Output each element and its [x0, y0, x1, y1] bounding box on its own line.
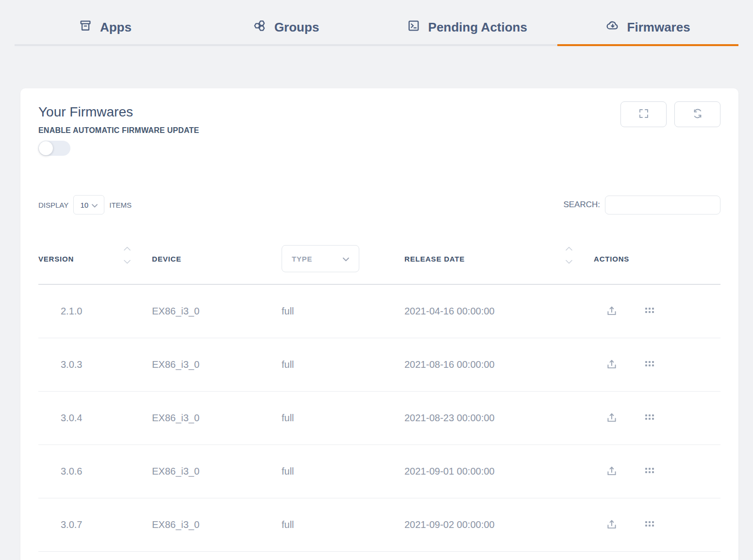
sort-up-icon[interactable] [566, 244, 572, 252]
hexagon-cluster-icon [253, 19, 267, 36]
tab-firmwares-label: Firmwares [627, 20, 690, 35]
device-cell: EX86_i3_0 [152, 519, 282, 530]
upload-button[interactable] [605, 464, 618, 478]
actions-cell [594, 411, 720, 425]
upload-icon [605, 304, 618, 318]
upload-icon [605, 358, 618, 372]
card-toolbar [620, 101, 720, 127]
actions-cell [594, 304, 720, 318]
tab-groups[interactable]: Groups [196, 19, 377, 46]
upload-button[interactable] [605, 518, 618, 532]
card-header: Your Firmwares ENABLE AUTOMATIC FIRMWARE… [38, 104, 720, 156]
sort-down-icon[interactable] [566, 257, 572, 265]
grid-dots-icon [645, 361, 655, 369]
firmwares-table: VERSION DEVICE TYPE [38, 233, 720, 552]
version-cell: 3.0.4 [38, 412, 152, 424]
search-label: SEARCH: [563, 200, 600, 210]
auto-update-label: ENABLE AUTOMATIC FIRMWARE UPDATE [38, 126, 199, 135]
type-cell: full [282, 519, 404, 530]
more-actions-button[interactable] [645, 308, 655, 315]
table-row: 3.0.6 EX86_i3_0 full 2021-09-01 00:00:00 [38, 445, 720, 498]
release-date-sort-control[interactable] [566, 244, 572, 265]
actions-cell [594, 464, 720, 478]
table-row: 3.0.7 EX86_i3_0 full 2021-09-02 00:00:00 [38, 498, 720, 552]
type-cell: full [282, 412, 404, 424]
more-actions-button[interactable] [645, 414, 655, 422]
release-date-cell: 2021-08-16 00:00:00 [404, 359, 594, 370]
terminal-icon [407, 19, 420, 36]
upload-button[interactable] [605, 304, 618, 318]
more-actions-button[interactable] [645, 468, 655, 476]
tab-firmwares[interactable]: Firmwares [557, 19, 738, 46]
type-cell: full [282, 466, 404, 477]
version-cell: 3.0.6 [38, 466, 152, 477]
version-sort-control[interactable] [124, 244, 131, 265]
upload-button[interactable] [605, 411, 618, 425]
archive-box-icon [79, 19, 92, 36]
more-actions-button[interactable] [645, 521, 655, 529]
upload-button[interactable] [605, 358, 618, 372]
column-header-actions: ACTIONS [594, 255, 720, 263]
search-input[interactable] [605, 196, 720, 214]
release-date-header-label: RELEASE DATE [404, 255, 465, 263]
grid-dots-icon [645, 521, 655, 529]
toggle-knob [39, 141, 53, 155]
actions-header-label: ACTIONS [594, 255, 629, 263]
more-actions-button[interactable] [645, 361, 655, 369]
device-cell: EX86_i3_0 [152, 306, 282, 317]
type-filter-label: TYPE [292, 255, 312, 263]
cloud-download-icon [606, 19, 619, 36]
grid-dots-icon [645, 468, 655, 476]
release-date-cell: 2021-04-16 00:00:00 [404, 306, 594, 317]
version-cell: 3.0.7 [38, 519, 152, 530]
fullscreen-icon [638, 108, 650, 121]
page-size-group: DISPLAY 10 ITEMS [38, 195, 132, 214]
actions-cell [594, 518, 720, 532]
chevron-down-icon [92, 201, 98, 209]
device-cell: EX86_i3_0 [152, 466, 282, 477]
release-date-cell: 2021-09-02 00:00:00 [404, 519, 594, 530]
upload-icon [605, 464, 618, 478]
page-size-select[interactable]: 10 [73, 195, 104, 214]
firmwares-card: Your Firmwares ENABLE AUTOMATIC FIRMWARE… [20, 88, 738, 560]
refresh-button[interactable] [674, 101, 720, 127]
tab-apps-label: Apps [100, 20, 132, 35]
sort-up-icon[interactable] [124, 244, 131, 252]
type-cell: full [282, 306, 404, 317]
table-header-row: VERSION DEVICE TYPE [38, 233, 720, 285]
upload-icon [605, 518, 618, 532]
refresh-icon [692, 108, 703, 121]
device-header-label: DEVICE [152, 255, 182, 263]
items-label: ITEMS [109, 201, 132, 209]
display-label: DISPLAY [38, 201, 68, 209]
tabs: Apps Groups Pending Actions Firmwares [15, 0, 738, 46]
fullscreen-button[interactable] [620, 101, 667, 127]
version-cell: 3.0.3 [38, 359, 152, 370]
table-row: 2.1.0 EX86_i3_0 full 2021-04-16 00:00:00 [38, 285, 720, 338]
device-cell: EX86_i3_0 [152, 359, 282, 370]
release-date-cell: 2021-09-01 00:00:00 [404, 466, 594, 477]
chevron-down-icon [343, 255, 349, 263]
search-group: SEARCH: [563, 196, 720, 214]
table-row: 3.0.4 EX86_i3_0 full 2021-08-23 00:00:00 [38, 392, 720, 445]
tab-pending-actions[interactable]: Pending Actions [377, 19, 558, 46]
column-header-release-date[interactable]: RELEASE DATE [404, 248, 594, 269]
page-title: Your Firmwares [38, 104, 199, 120]
type-filter-select[interactable]: TYPE [282, 245, 359, 272]
device-cell: EX86_i3_0 [152, 412, 282, 424]
version-header-label: VERSION [38, 255, 74, 263]
tab-apps[interactable]: Apps [15, 19, 196, 46]
column-header-version[interactable]: VERSION [38, 248, 152, 269]
version-cell: 2.1.0 [38, 306, 152, 317]
column-header-type: TYPE [282, 245, 404, 272]
actions-cell [594, 358, 720, 372]
sort-down-icon[interactable] [124, 257, 131, 265]
tab-pending-actions-label: Pending Actions [428, 20, 527, 35]
upload-icon [605, 411, 618, 425]
grid-dots-icon [645, 308, 655, 315]
type-cell: full [282, 359, 404, 370]
release-date-cell: 2021-08-23 00:00:00 [404, 412, 594, 424]
table-row: 3.0.3 EX86_i3_0 full 2021-08-16 00:00:00 [38, 338, 720, 392]
auto-update-toggle[interactable] [38, 141, 70, 156]
column-header-device: DEVICE [152, 255, 282, 263]
